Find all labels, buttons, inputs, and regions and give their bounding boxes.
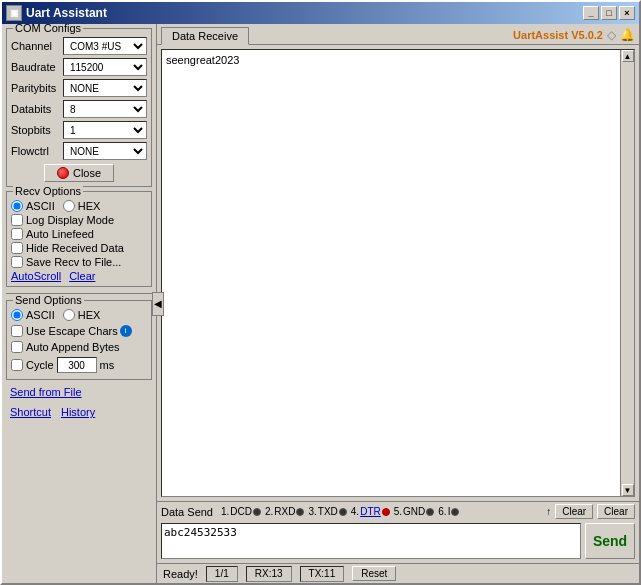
tab-header: Data Receive UartAssist V5.0.2 ◇ 🔔 (157, 24, 639, 45)
auto-append-row: Auto Append Bytes (11, 341, 147, 353)
cycle-check[interactable] (11, 359, 23, 371)
close-com-label: Close (73, 167, 101, 179)
cycle-input[interactable] (57, 357, 97, 373)
send-options-title: Send Options (13, 294, 84, 306)
hide-received-row: Hide Received Data (11, 242, 147, 254)
hide-received-label: Hide Received Data (26, 242, 124, 254)
paritybits-select[interactable]: NONE (63, 79, 147, 97)
cycle-label: Cycle (26, 359, 54, 371)
channel-select[interactable]: COM3 #US (63, 37, 147, 55)
auto-linefeed-check[interactable] (11, 228, 23, 240)
left-panel: COM Configs Channel COM3 #US Baudrate 11… (2, 24, 157, 583)
recv-hex-radio[interactable] (63, 200, 75, 212)
stopbits-row: Stopbits 1 (11, 121, 147, 139)
titlebar-left: ▣ Uart Assistant (6, 5, 107, 21)
dtr-dot (382, 508, 390, 516)
send-button[interactable]: Send (585, 523, 635, 559)
ms-label: ms (100, 359, 115, 371)
right-panel: Data Receive UartAssist V5.0.2 ◇ 🔔 seeng… (157, 24, 639, 583)
recv-links-row: AutoScroll Clear (11, 270, 147, 282)
signal-dtr: 4. DTR (351, 506, 390, 517)
send-options-inner: ASCII HEX Use Escape Chars i Auto Append… (11, 309, 147, 375)
baudrate-label: Baudrate (11, 61, 63, 73)
send-from-file-link[interactable]: Send from File (10, 386, 82, 398)
collapse-panel-button[interactable]: ◀ (152, 292, 164, 316)
save-recv-row: Save Recv to File... (11, 256, 147, 268)
channel-row: Channel COM3 #US (11, 37, 147, 55)
gnd-dot (426, 508, 434, 516)
reset-button[interactable]: Reset (352, 566, 396, 581)
window-title: Uart Assistant (26, 6, 107, 20)
autoscroll-link[interactable]: AutoScroll (11, 270, 61, 282)
tx-seg: TX:11 (300, 566, 345, 582)
red-dot-icon (57, 167, 69, 179)
status-bar: Ready! 1/1 RX:13 TX:11 Reset (157, 563, 639, 583)
send-ascii-radio[interactable] (11, 309, 23, 321)
send-textarea[interactable]: abc24532533 (161, 523, 581, 559)
send-hex-radio[interactable] (63, 309, 75, 321)
recv-ascii-radio[interactable] (11, 200, 23, 212)
clear-send-button-2[interactable]: Clear (597, 504, 635, 519)
page-info: 1/1 (215, 568, 229, 579)
stopbits-select[interactable]: 1 (63, 121, 147, 139)
hide-received-check[interactable] (11, 242, 23, 254)
titlebar: ▣ Uart Assistant _ □ × (2, 2, 639, 24)
app-icon: ▣ (6, 5, 22, 21)
ready-text: Ready! (163, 568, 198, 580)
diamond-icon: ◇ (607, 28, 616, 42)
minimize-button[interactable]: _ (583, 6, 599, 20)
send-options-group: Send Options ASCII HEX Use Escape Chars … (6, 300, 152, 380)
recv-options-title: Recv Options (13, 185, 83, 197)
data-send-label: Data Send (161, 506, 213, 518)
dtr-link[interactable]: DTR (360, 506, 381, 517)
close-com-button[interactable]: Close (44, 164, 114, 182)
baudrate-select[interactable]: 115200 (63, 58, 147, 76)
com-configs-title: COM Configs (13, 24, 83, 34)
log-display-label: Log Display Mode (26, 214, 114, 226)
shortcut-link[interactable]: Shortcut (10, 406, 51, 418)
baudrate-row: Baudrate 115200 (11, 58, 147, 76)
log-display-check[interactable] (11, 214, 23, 226)
channel-label: Channel (11, 40, 63, 52)
signal-i: 6. I (438, 506, 459, 517)
received-content: seengreat2023 (166, 54, 239, 66)
page-info-seg: 1/1 (206, 566, 238, 582)
signal-txd: 3. TXD (308, 506, 346, 517)
recv-hex-label: HEX (78, 200, 101, 212)
rxd-dot (296, 508, 304, 516)
databits-select[interactable]: 8 (63, 100, 147, 118)
send-ascii-label: ASCII (26, 309, 55, 321)
maximize-button[interactable]: □ (601, 6, 617, 20)
data-receive-tab[interactable]: Data Receive (161, 27, 249, 45)
paritybits-label: Paritybits (11, 82, 63, 94)
send-from-file-section: Send from File (6, 384, 152, 400)
use-escape-row: Use Escape Chars i (11, 325, 147, 337)
tx-label: TX:11 (309, 568, 336, 579)
signal-dcd: 1. DCD (221, 506, 261, 517)
history-link[interactable]: History (61, 406, 95, 418)
signal-gnd: 5. GND (394, 506, 435, 517)
save-recv-check[interactable] (11, 256, 23, 268)
flowctrl-label: Flowctrl (11, 145, 63, 157)
close-button[interactable]: × (619, 6, 635, 20)
signal-rxd: 2. RXD (265, 506, 304, 517)
dcd-dot (253, 508, 261, 516)
recv-ascii-label: ASCII (26, 200, 55, 212)
log-display-row: Log Display Mode (11, 214, 147, 226)
auto-append-check[interactable] (11, 341, 23, 353)
clear-send-button-1[interactable]: Clear (555, 504, 593, 519)
scroll-up-button[interactable]: ▲ (622, 50, 634, 62)
use-escape-label: Use Escape Chars (26, 325, 118, 337)
version-label: UartAssist V5.0.2 (513, 29, 603, 41)
main-window: ▣ Uart Assistant _ □ × COM Configs Chann… (0, 0, 641, 585)
flowctrl-select[interactable]: NONE (63, 142, 147, 160)
com-configs-group: COM Configs Channel COM3 #US Baudrate 11… (6, 28, 152, 187)
i-dot (451, 508, 459, 516)
scrollbar[interactable]: ▲ ▼ (620, 50, 634, 496)
use-escape-check[interactable] (11, 325, 23, 337)
scroll-down-button[interactable]: ▼ (622, 484, 634, 496)
save-recv-label: Save Recv to File... (26, 256, 121, 268)
shortcut-history-section: Shortcut History (6, 404, 152, 420)
clear-recv-link[interactable]: Clear (69, 270, 95, 282)
rx-seg: RX:13 (246, 566, 292, 582)
